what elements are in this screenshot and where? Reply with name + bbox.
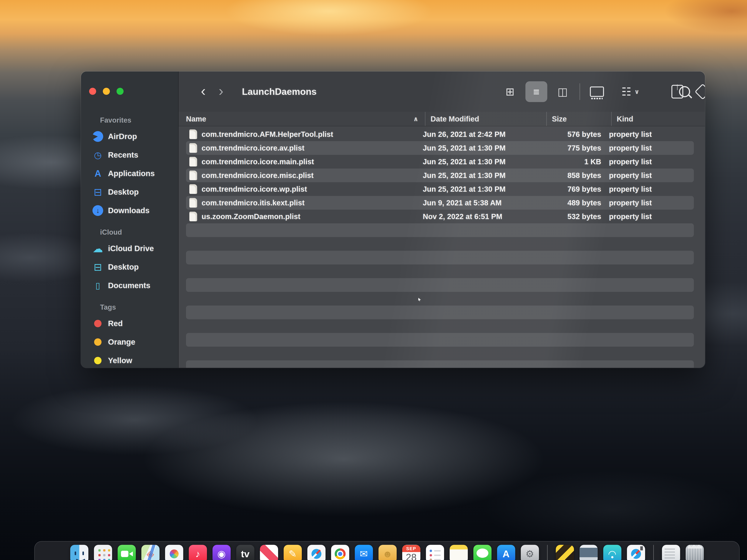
sidebar-item-icloud-drive[interactable]: iCloud Drive bbox=[81, 239, 178, 258]
column-header-kind[interactable]: Kind bbox=[611, 112, 694, 126]
column-header-size[interactable]: Size bbox=[546, 112, 611, 126]
dock-maps-icon[interactable]: ◈ bbox=[141, 545, 159, 560]
sidebar-item-documents[interactable]: Documents bbox=[81, 276, 178, 295]
finder-toolbar: ‹ › LaunchDaemons ⊞≡◫ ☷ ∨ ⋯ ∨ bbox=[179, 72, 705, 112]
mail-glyph: ✉ bbox=[360, 549, 368, 559]
table-row[interactable]: com.trendmicro.itis.kext.plistJun 9, 202… bbox=[186, 196, 694, 210]
empty-row bbox=[186, 292, 694, 305]
search-icon[interactable] bbox=[679, 86, 690, 97]
column-view-button[interactable]: ◫ bbox=[552, 81, 574, 102]
file-name: com.trendmicro.icore.main.plist bbox=[202, 158, 314, 166]
dock-divider bbox=[547, 545, 548, 560]
dock-safari-icon[interactable] bbox=[307, 545, 326, 560]
dock-reminders-icon[interactable] bbox=[426, 545, 444, 560]
file-size: 858 bytes bbox=[539, 171, 604, 180]
close-button[interactable] bbox=[89, 88, 96, 95]
file-date-modified: Jun 9, 2021 at 5:38 AM bbox=[418, 199, 539, 207]
maps-glyph: ◈ bbox=[147, 549, 154, 559]
back-button[interactable]: ‹ bbox=[201, 83, 206, 100]
plist-file-icon bbox=[189, 212, 197, 221]
traffic-lights bbox=[89, 88, 124, 95]
podcasts-glyph: ◉ bbox=[217, 549, 226, 559]
file-name: com.trendmicro.AFM.HelperTool.plist bbox=[202, 130, 333, 138]
group-button[interactable]: ☷ ∨ bbox=[621, 72, 639, 112]
column-header-name[interactable]: Name ∧ bbox=[186, 112, 425, 126]
file-date-modified: Nov 2, 2022 at 6:51 PM bbox=[418, 212, 539, 221]
plist-file-icon bbox=[189, 143, 197, 153]
dock-mail-icon[interactable]: ✉ bbox=[355, 545, 373, 560]
dock-news-icon[interactable] bbox=[260, 545, 278, 560]
dock-minimized-window-icon[interactable] bbox=[579, 545, 598, 560]
empty-row bbox=[186, 333, 694, 347]
dock-photos-icon[interactable] bbox=[165, 545, 183, 560]
file-size: 775 bytes bbox=[539, 144, 604, 152]
sidebar-item-red[interactable]: Red bbox=[81, 314, 178, 333]
minimize-button[interactable] bbox=[103, 88, 110, 95]
table-row[interactable]: com.trendmicro.icore.main.plistJun 25, 2… bbox=[186, 155, 694, 168]
table-row[interactable]: com.trendmicro.icore.wp.plistJun 25, 202… bbox=[186, 182, 694, 196]
dock-facetime-icon[interactable] bbox=[118, 545, 136, 560]
dock-notes-icon[interactable] bbox=[449, 545, 468, 560]
documents-icon bbox=[93, 280, 103, 291]
sidebar-item-label: Recents bbox=[108, 151, 138, 159]
sidebar-section-icloud: iCloud bbox=[100, 228, 178, 236]
icon-view-button[interactable]: ⊞ bbox=[499, 81, 521, 102]
dock-system-preferences-icon[interactable]: ⚙ bbox=[521, 545, 539, 560]
file-kind: property list bbox=[604, 144, 694, 152]
empty-row bbox=[186, 361, 694, 368]
dock-safari-handoff-icon[interactable] bbox=[627, 545, 645, 560]
sidebar-item-downloads[interactable]: Downloads bbox=[81, 201, 178, 220]
dock-honeycomb-app-icon[interactable] bbox=[556, 545, 574, 560]
window-title: LaunchDaemons bbox=[242, 86, 317, 97]
dock-apple-tv-icon[interactable]: tv bbox=[236, 545, 254, 560]
sidebar-item-yellow[interactable]: Yellow bbox=[81, 351, 178, 368]
dock-podcasts-icon[interactable]: ◉ bbox=[212, 545, 231, 560]
column-header-date-modified[interactable]: Date Modified bbox=[425, 112, 546, 126]
plist-file-icon bbox=[189, 129, 197, 139]
table-row[interactable]: com.trendmicro.icore.av.plistJun 25, 202… bbox=[186, 141, 694, 155]
table-row[interactable]: com.trendmicro.AFM.HelperTool.plistJun 2… bbox=[186, 127, 694, 141]
dock-chrome-icon[interactable] bbox=[331, 545, 349, 560]
file-date-modified: Jun 26, 2021 at 2:42 PM bbox=[418, 130, 539, 138]
sidebar-item-label: Red bbox=[108, 319, 123, 328]
sidebar-item-desktop[interactable]: Desktop bbox=[81, 183, 178, 201]
sidebar-item-label: Desktop bbox=[108, 188, 139, 196]
dock-pages-icon[interactable]: ✎ bbox=[284, 545, 302, 560]
table-row[interactable]: com.trendmicro.icore.misc.plistJun 25, 2… bbox=[186, 168, 694, 182]
gallery-view-button[interactable] bbox=[586, 81, 608, 102]
dock-speedtest-icon[interactable]: ◠ bbox=[603, 545, 621, 560]
dock-downloads-stack-icon[interactable] bbox=[662, 545, 680, 560]
sidebar-item-desktop[interactable]: Desktop bbox=[81, 258, 178, 276]
dock-music-icon[interactable]: ♪ bbox=[189, 545, 207, 560]
file-name: com.trendmicro.itis.kext.plist bbox=[202, 199, 305, 207]
dock-messages-icon[interactable] bbox=[473, 545, 491, 560]
app-store-glyph: A bbox=[503, 549, 510, 559]
music-glyph: ♪ bbox=[196, 549, 200, 559]
file-date-modified: Jun 25, 2021 at 1:30 PM bbox=[418, 144, 539, 152]
tag-icon[interactable] bbox=[695, 83, 705, 100]
file-date-modified: Jun 25, 2021 at 1:30 PM bbox=[418, 158, 539, 166]
pages-glyph: ✎ bbox=[289, 549, 297, 559]
desktop: FavoritesAirDropRecentsApplicationsDeskt… bbox=[0, 0, 747, 560]
forward-button[interactable]: › bbox=[218, 83, 224, 100]
dock-finder-icon[interactable] bbox=[70, 545, 88, 560]
file-kind: property list bbox=[604, 171, 694, 180]
list-view-button[interactable]: ≡ bbox=[525, 81, 547, 102]
table-row[interactable]: us.zoom.ZoomDaemon.plistNov 2, 2022 at 6… bbox=[186, 210, 694, 223]
dock-calendar-icon[interactable]: SEP28 bbox=[402, 545, 420, 560]
empty-row bbox=[186, 278, 694, 292]
dock-contacts-icon[interactable]: ☻ bbox=[379, 545, 397, 560]
empty-row bbox=[186, 264, 694, 278]
sidebar-item-applications[interactable]: Applications bbox=[81, 164, 178, 183]
dock: ◈♪◉tv✎✉☻SEP28A⚙◠ bbox=[34, 541, 740, 560]
dock-launchpad-icon[interactable] bbox=[94, 545, 112, 560]
dock-trash-icon[interactable] bbox=[686, 545, 704, 560]
sidebar-item-label: Desktop bbox=[108, 263, 139, 271]
file-size: 1 KB bbox=[539, 158, 604, 166]
recents-icon bbox=[93, 150, 103, 160]
dock-app-store-icon[interactable]: A bbox=[497, 545, 515, 560]
sidebar-item-recents[interactable]: Recents bbox=[81, 146, 178, 164]
zoom-button[interactable] bbox=[117, 88, 124, 95]
sidebar-item-orange[interactable]: Orange bbox=[81, 333, 178, 351]
sidebar-item-airdrop[interactable]: AirDrop bbox=[81, 127, 178, 146]
